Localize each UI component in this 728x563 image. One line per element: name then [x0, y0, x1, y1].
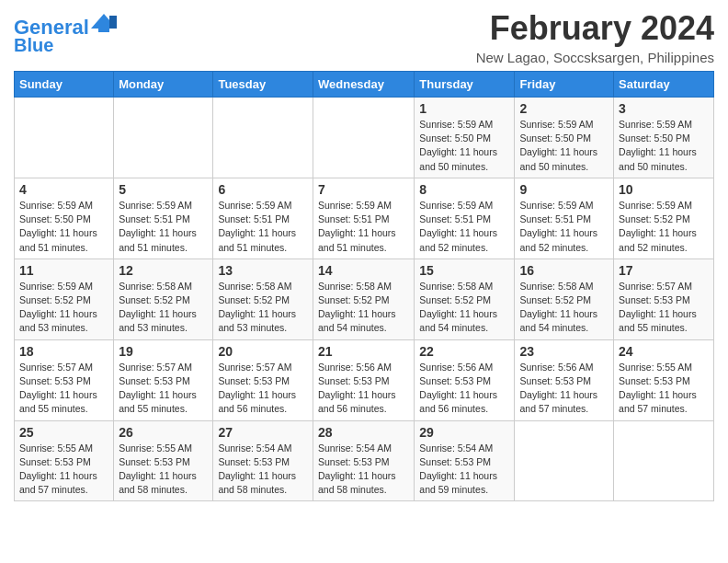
calendar-cell: 22Sunrise: 5:56 AM Sunset: 5:53 PM Dayli…	[415, 339, 515, 420]
header-friday: Friday	[515, 72, 614, 98]
day-number: 25	[19, 425, 108, 440]
calendar-cell: 21Sunrise: 5:56 AM Sunset: 5:53 PM Dayli…	[313, 339, 414, 420]
calendar-cell: 6Sunrise: 5:59 AM Sunset: 5:51 PM Daylig…	[213, 178, 313, 259]
calendar-cell: 8Sunrise: 5:59 AM Sunset: 5:51 PM Daylig…	[415, 178, 515, 259]
calendar-cell: 23Sunrise: 5:56 AM Sunset: 5:53 PM Dayli…	[515, 339, 614, 420]
header-saturday: Saturday	[614, 72, 714, 98]
calendar-cell: 3Sunrise: 5:59 AM Sunset: 5:50 PM Daylig…	[614, 98, 714, 178]
calendar-cell: 29Sunrise: 5:54 AM Sunset: 5:53 PM Dayli…	[415, 420, 515, 501]
day-info: Sunrise: 5:54 AM Sunset: 5:53 PM Dayligh…	[419, 442, 509, 498]
day-info: Sunrise: 5:56 AM Sunset: 5:53 PM Dayligh…	[419, 361, 509, 417]
day-info: Sunrise: 5:57 AM Sunset: 5:53 PM Dayligh…	[119, 361, 208, 417]
day-number: 27	[218, 425, 308, 440]
day-number: 28	[318, 425, 409, 440]
day-info: Sunrise: 5:55 AM Sunset: 5:53 PM Dayligh…	[619, 361, 709, 417]
calendar-cell: 19Sunrise: 5:57 AM Sunset: 5:53 PM Dayli…	[114, 339, 213, 420]
title-block: February 2024 New Lagao, Soccsksargen, P…	[476, 9, 714, 65]
calendar-cell	[515, 420, 614, 501]
day-number: 8	[419, 182, 509, 197]
page-header: General Blue February 2024 New Lagao, So…	[14, 9, 714, 65]
calendar-cell: 10Sunrise: 5:59 AM Sunset: 5:52 PM Dayli…	[614, 178, 714, 259]
day-info: Sunrise: 5:59 AM Sunset: 5:51 PM Dayligh…	[119, 199, 208, 255]
calendar-week-row: 11Sunrise: 5:59 AM Sunset: 5:52 PM Dayli…	[15, 259, 714, 339]
day-number: 21	[318, 344, 409, 359]
calendar-cell: 27Sunrise: 5:54 AM Sunset: 5:53 PM Dayli…	[213, 420, 313, 501]
calendar-cell: 9Sunrise: 5:59 AM Sunset: 5:51 PM Daylig…	[515, 178, 614, 259]
calendar-cell	[213, 98, 313, 178]
calendar-cell: 1Sunrise: 5:59 AM Sunset: 5:50 PM Daylig…	[415, 98, 515, 178]
day-number: 20	[218, 344, 308, 359]
day-number: 11	[19, 263, 108, 278]
calendar-cell: 16Sunrise: 5:58 AM Sunset: 5:52 PM Dayli…	[515, 259, 614, 339]
svg-marker-1	[109, 16, 117, 29]
day-info: Sunrise: 5:55 AM Sunset: 5:53 PM Dayligh…	[119, 442, 208, 498]
calendar-cell: 25Sunrise: 5:55 AM Sunset: 5:53 PM Dayli…	[15, 420, 114, 501]
calendar-cell: 13Sunrise: 5:58 AM Sunset: 5:52 PM Dayli…	[213, 259, 313, 339]
day-info: Sunrise: 5:58 AM Sunset: 5:52 PM Dayligh…	[318, 280, 409, 336]
calendar-cell: 18Sunrise: 5:57 AM Sunset: 5:53 PM Dayli…	[15, 339, 114, 420]
day-info: Sunrise: 5:57 AM Sunset: 5:53 PM Dayligh…	[619, 280, 709, 336]
calendar-cell: 4Sunrise: 5:59 AM Sunset: 5:50 PM Daylig…	[15, 178, 114, 259]
day-number: 17	[619, 263, 709, 278]
day-number: 4	[19, 182, 108, 197]
calendar-table: SundayMondayTuesdayWednesdayThursdayFrid…	[14, 71, 714, 501]
day-number: 22	[419, 344, 509, 359]
header-sunday: Sunday	[15, 72, 114, 98]
day-info: Sunrise: 5:58 AM Sunset: 5:52 PM Dayligh…	[419, 280, 509, 336]
day-info: Sunrise: 5:57 AM Sunset: 5:53 PM Dayligh…	[19, 361, 108, 417]
day-info: Sunrise: 5:56 AM Sunset: 5:53 PM Dayligh…	[318, 361, 409, 417]
day-number: 2	[519, 101, 609, 116]
day-info: Sunrise: 5:59 AM Sunset: 5:52 PM Dayligh…	[19, 280, 108, 336]
location-title: New Lagao, Soccsksargen, Philippines	[476, 50, 714, 65]
day-number: 23	[519, 344, 609, 359]
day-info: Sunrise: 5:54 AM Sunset: 5:53 PM Dayligh…	[218, 442, 308, 498]
day-number: 14	[318, 263, 409, 278]
calendar-cell: 28Sunrise: 5:54 AM Sunset: 5:53 PM Dayli…	[313, 420, 414, 501]
calendar-week-row: 25Sunrise: 5:55 AM Sunset: 5:53 PM Dayli…	[15, 420, 714, 501]
day-number: 6	[218, 182, 308, 197]
calendar-cell	[15, 98, 114, 178]
header-wednesday: Wednesday	[313, 72, 414, 98]
day-info: Sunrise: 5:59 AM Sunset: 5:52 PM Dayligh…	[619, 199, 709, 255]
day-number: 7	[318, 182, 409, 197]
calendar-cell: 7Sunrise: 5:59 AM Sunset: 5:51 PM Daylig…	[313, 178, 414, 259]
day-info: Sunrise: 5:58 AM Sunset: 5:52 PM Dayligh…	[218, 280, 308, 336]
day-number: 1	[419, 101, 509, 116]
calendar-cell: 15Sunrise: 5:58 AM Sunset: 5:52 PM Dayli…	[415, 259, 515, 339]
day-number: 19	[119, 344, 208, 359]
day-number: 18	[19, 344, 108, 359]
day-info: Sunrise: 5:58 AM Sunset: 5:52 PM Dayligh…	[519, 280, 609, 336]
day-number: 3	[619, 101, 709, 116]
calendar-cell: 12Sunrise: 5:58 AM Sunset: 5:52 PM Dayli…	[114, 259, 213, 339]
calendar-cell: 14Sunrise: 5:58 AM Sunset: 5:52 PM Dayli…	[313, 259, 414, 339]
day-number: 24	[619, 344, 709, 359]
logo: General Blue	[14, 14, 117, 55]
header-monday: Monday	[114, 72, 213, 98]
month-title: February 2024	[476, 9, 714, 48]
calendar-cell: 24Sunrise: 5:55 AM Sunset: 5:53 PM Dayli…	[614, 339, 714, 420]
day-info: Sunrise: 5:59 AM Sunset: 5:50 PM Dayligh…	[619, 118, 709, 174]
calendar-cell	[614, 420, 714, 501]
day-number: 12	[119, 263, 208, 278]
day-info: Sunrise: 5:59 AM Sunset: 5:51 PM Dayligh…	[218, 199, 308, 255]
day-info: Sunrise: 5:57 AM Sunset: 5:53 PM Dayligh…	[218, 361, 308, 417]
calendar-cell	[313, 98, 414, 178]
logo-icon	[91, 12, 117, 32]
calendar-cell: 20Sunrise: 5:57 AM Sunset: 5:53 PM Dayli…	[213, 339, 313, 420]
day-info: Sunrise: 5:59 AM Sunset: 5:50 PM Dayligh…	[19, 199, 108, 255]
day-number: 15	[419, 263, 509, 278]
day-info: Sunrise: 5:59 AM Sunset: 5:51 PM Dayligh…	[419, 199, 509, 255]
calendar-header-row: SundayMondayTuesdayWednesdayThursdayFrid…	[15, 72, 714, 98]
day-number: 10	[619, 182, 709, 197]
day-info: Sunrise: 5:59 AM Sunset: 5:50 PM Dayligh…	[419, 118, 509, 174]
calendar-week-row: 18Sunrise: 5:57 AM Sunset: 5:53 PM Dayli…	[15, 339, 714, 420]
day-number: 16	[519, 263, 609, 278]
day-number: 26	[119, 425, 208, 440]
day-info: Sunrise: 5:59 AM Sunset: 5:51 PM Dayligh…	[318, 199, 409, 255]
day-info: Sunrise: 5:55 AM Sunset: 5:53 PM Dayligh…	[19, 442, 108, 498]
day-info: Sunrise: 5:56 AM Sunset: 5:53 PM Dayligh…	[519, 361, 609, 417]
day-number: 5	[119, 182, 208, 197]
calendar-cell: 5Sunrise: 5:59 AM Sunset: 5:51 PM Daylig…	[114, 178, 213, 259]
calendar-week-row: 4Sunrise: 5:59 AM Sunset: 5:50 PM Daylig…	[15, 178, 714, 259]
day-number: 13	[218, 263, 308, 278]
